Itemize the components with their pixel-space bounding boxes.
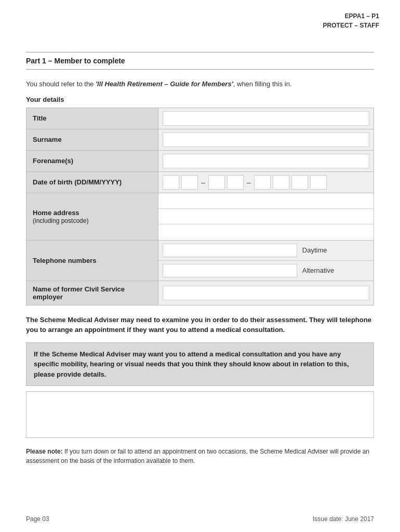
dob-month2[interactable] xyxy=(227,175,244,190)
footer-issue-date: Issue date: June 2017 xyxy=(313,515,374,523)
employer-input[interactable] xyxy=(163,286,369,300)
footer-page: Page 03 xyxy=(26,515,49,523)
table-row-dob: Date of birth (DD/MM/YYYY) – – xyxy=(26,171,374,193)
address-line2[interactable] xyxy=(158,209,374,224)
tel-daytime-input[interactable] xyxy=(163,244,297,257)
dob-year4[interactable] xyxy=(310,175,327,190)
section-header: Part 1 – Member to complete xyxy=(26,52,374,70)
address-line1[interactable] xyxy=(158,193,374,209)
tel-alternative-line: Alternative xyxy=(158,261,374,281)
intro-after: , when filling this in. xyxy=(233,80,292,88)
tel-daytime-line: Daytime xyxy=(158,241,374,261)
please-note-text: If you turn down or fail to attend an ap… xyxy=(26,448,369,464)
tel-alternative-label: Alternative xyxy=(302,267,334,274)
table-row-address: Home address (including postcode) xyxy=(26,193,374,240)
intro-before: You should refer to the xyxy=(26,80,96,88)
table-row-telephone: Telephone numbers Daytime Alternative xyxy=(26,240,374,281)
label-forename: Forename(s) xyxy=(26,150,158,171)
page: EPPA1 – P1 PROTECT – STAFF Part 1 – Memb… xyxy=(0,0,400,532)
input-cell-telephone: Daytime Alternative xyxy=(158,240,374,281)
input-cell-address xyxy=(158,193,374,240)
address-line3[interactable] xyxy=(158,224,374,240)
please-note-label: Please note: xyxy=(26,448,63,455)
details-textarea[interactable] xyxy=(26,391,374,438)
table-row-employer: Name of former Civil Service employer xyxy=(26,281,374,305)
footer: Page 03 Issue date: June 2017 xyxy=(26,515,374,523)
input-cell-employer xyxy=(158,281,374,305)
dob-day2[interactable] xyxy=(181,175,198,190)
label-title: Title xyxy=(26,108,158,129)
section-title: Part 1 – Member to complete xyxy=(26,57,125,65)
address-inputs xyxy=(158,193,374,240)
header-line1: EPPA1 – P1 xyxy=(323,11,379,21)
forename-input[interactable] xyxy=(163,154,369,168)
dob-year3[interactable] xyxy=(291,175,308,190)
input-cell-surname xyxy=(158,129,374,150)
dob-year1[interactable] xyxy=(254,175,271,190)
please-note: Please note: If you turn down or fail to… xyxy=(26,447,374,466)
table-row-title: Title xyxy=(26,108,374,129)
table-row-forename: Forename(s) xyxy=(26,150,374,171)
input-cell-dob: – – xyxy=(158,171,374,193)
tel-alternative-input[interactable] xyxy=(163,264,297,277)
tel-container: Daytime Alternative xyxy=(158,241,374,281)
intro-text: You should refer to the 'Ill Health Reti… xyxy=(26,79,374,89)
dob-sep1: – xyxy=(200,178,206,187)
dob-month1[interactable] xyxy=(208,175,225,190)
label-telephone: Telephone numbers xyxy=(26,240,158,281)
label-surname: Surname xyxy=(26,129,158,150)
dob-sep2: – xyxy=(246,178,252,187)
dob-day1[interactable] xyxy=(163,175,179,190)
table-row-surname: Surname xyxy=(26,129,374,150)
input-cell-title xyxy=(158,108,374,129)
dob-year2[interactable] xyxy=(273,175,289,190)
surname-input[interactable] xyxy=(163,132,369,147)
notice-text: The Scheme Medical Adviser may need to e… xyxy=(26,315,374,335)
label-address: Home address (including postcode) xyxy=(26,193,158,240)
form-table: Title Surname Forename(s) xyxy=(26,108,374,305)
your-details-label: Your details xyxy=(26,96,374,103)
input-cell-forename xyxy=(158,150,374,171)
label-dob: Date of birth (DD/MM/YYYY) xyxy=(26,171,158,193)
intro-italic: 'Ill Health Retirement – Guide for Membe… xyxy=(96,80,233,88)
dob-container: – – xyxy=(163,175,369,190)
header-line2: PROTECT – STAFF xyxy=(323,21,379,30)
title-input[interactable] xyxy=(163,111,369,126)
info-box: If the Scheme Medical Adviser may want y… xyxy=(26,342,374,387)
label-employer: Name of former Civil Service employer xyxy=(26,281,158,305)
tel-daytime-label: Daytime xyxy=(302,246,327,254)
header: EPPA1 – P1 PROTECT – STAFF xyxy=(323,11,379,30)
